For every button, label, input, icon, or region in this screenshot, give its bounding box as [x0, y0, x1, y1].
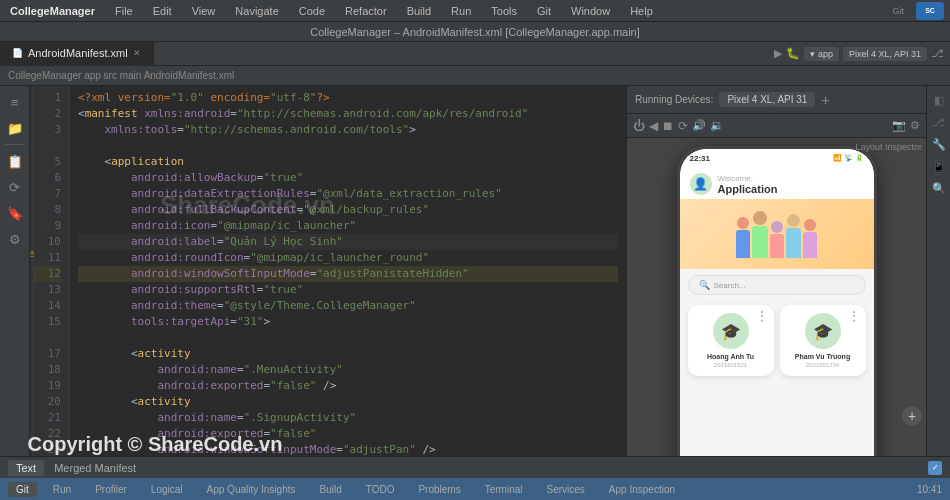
power-icon[interactable]: ⏻	[633, 119, 645, 133]
menu-run[interactable]: Run	[447, 3, 475, 19]
settings-icon[interactable]: ⚙	[910, 119, 920, 132]
sidebar-content[interactable]: 📋	[3, 149, 27, 173]
menu-code[interactable]: Code	[295, 3, 329, 19]
status-run[interactable]: Run	[45, 482, 79, 497]
sidebar-build-variants[interactable]: 🔧	[929, 134, 949, 154]
phone-banner	[680, 199, 874, 269]
app-menu-collegmanager[interactable]: CollegeManager	[6, 3, 99, 19]
status-todo[interactable]: TODO	[358, 482, 403, 497]
menu-edit[interactable]: Edit	[149, 3, 176, 19]
bottom-tab-bar: Text Merged Manifest ✓	[0, 456, 950, 478]
sidebar-project[interactable]: 📁	[3, 116, 27, 140]
sidebar-bookmarks[interactable]: 🔖	[3, 201, 27, 225]
editor-area: ⚠ 1 2 3 5 6 7 8 9 10	[30, 86, 626, 456]
menu-file[interactable]: File	[111, 3, 137, 19]
status-bar: Git Run Profiler Logical App Quality Ins…	[0, 478, 950, 500]
phone-search-bar[interactable]: 🔍 Search...	[688, 275, 866, 295]
sidebar-structure[interactable]: ≡	[3, 90, 27, 114]
add-device-float-btn[interactable]: +	[902, 406, 922, 426]
sidebar-resource-manager[interactable]: ◧	[929, 90, 949, 110]
phone-screen: 22:31 📶 📡 🔋 👤	[680, 149, 874, 456]
menu-window[interactable]: Window	[567, 3, 614, 19]
sidebar-layout-inspector[interactable]: 🔍	[929, 178, 949, 198]
menu-git[interactable]: Git	[533, 3, 555, 19]
tab-close-icon[interactable]: ✕	[133, 48, 141, 58]
sidebar-fullrequests[interactable]: ⟳	[3, 175, 27, 199]
student-cards: ⋮ 🎓 Hoang Anh Tu 2021601521 ⋮ 🎓 Pham Vu …	[680, 301, 874, 380]
sidebar-git[interactable]: ⎇	[929, 112, 949, 132]
student-avatar-1: 🎓	[713, 313, 749, 349]
app-name: Application	[718, 183, 778, 195]
layout-inspector-label: Layout Inspector	[855, 142, 922, 152]
menu-bar: CollegeManager File Edit View Navigate C…	[0, 0, 950, 22]
user-avatar: 👤	[690, 173, 712, 195]
welcome-text: Welcome,	[718, 174, 778, 183]
search-placeholder: Search...	[714, 281, 746, 290]
menu-refactor[interactable]: Refactor	[341, 3, 391, 19]
back-btn[interactable]: ◀	[649, 119, 658, 133]
title-bar: CollegeManager – AndroidManifest.xml [Co…	[0, 22, 950, 42]
running-devices-label: Running Devices:	[635, 94, 713, 105]
device-toolbar: ⏻ ◀ ⏹ ⟳ 🔊 🔉 📷 ⚙	[627, 114, 926, 138]
menu-tools[interactable]: Tools	[487, 3, 521, 19]
sidebar-buildvariants[interactable]: ⚙	[3, 227, 27, 251]
window-title: CollegeManager – AndroidManifest.xml [Co…	[310, 26, 640, 38]
device-selector[interactable]: Pixel 4 XL, API 31	[843, 47, 927, 61]
device-tab[interactable]: Pixel 4 XL, API 31	[719, 92, 815, 107]
status-logical[interactable]: Logical	[143, 482, 191, 497]
student-avatar-2: 🎓	[805, 313, 841, 349]
phone-header: 👤 Welcome, Application	[680, 167, 874, 199]
status-build[interactable]: Build	[311, 482, 349, 497]
status-services[interactable]: Services	[538, 482, 592, 497]
vol-up-icon[interactable]: 🔊	[692, 119, 706, 132]
right-panel: Running Devices: Pixel 4 XL, API 31 + ⏻ …	[626, 86, 926, 456]
student-card-1[interactable]: ⋮ 🎓 Hoang Anh Tu 2021601521	[688, 305, 774, 376]
vol-down-icon[interactable]: 🔉	[710, 119, 724, 132]
student-id-2: 2021601234	[806, 362, 839, 368]
sidebar-running-devices[interactable]: 📱	[929, 156, 949, 176]
home-btn[interactable]: ⏹	[662, 119, 674, 133]
status-problems[interactable]: Problems	[410, 482, 468, 497]
status-appinspection[interactable]: App Inspection	[601, 482, 683, 497]
status-git[interactable]: Git	[8, 482, 37, 497]
status-profiler[interactable]: Profiler	[87, 482, 135, 497]
menu-view[interactable]: View	[188, 3, 220, 19]
rotate-icon[interactable]: ⟳	[678, 119, 688, 133]
debug-icon[interactable]: 🐛	[786, 47, 800, 60]
add-device-icon[interactable]: +	[821, 92, 829, 108]
tab-android-manifest[interactable]: 📄 AndroidManifest.xml ✕	[0, 42, 154, 66]
menu-help[interactable]: Help	[626, 3, 657, 19]
run-icon[interactable]: ▶	[774, 47, 782, 60]
student-card-2[interactable]: ⋮ 🎓 Pham Vu Truong 2021601234	[780, 305, 866, 376]
sidebar-left: ≡ 📁 📋 ⟳ 🔖 ⚙	[0, 86, 30, 456]
right-sidebar-icons: ◧ ⎇ 🔧 📱 🔍	[926, 86, 950, 456]
app-selector[interactable]: ▾ app	[804, 47, 839, 61]
phone-mockup: 22:31 📶 📡 🔋 👤	[677, 146, 877, 456]
menu-build[interactable]: Build	[403, 3, 435, 19]
running-devices-bar: Running Devices: Pixel 4 XL, API 31 +	[627, 86, 926, 114]
breadcrumb-path: CollegeManager app src main AndroidManif…	[8, 70, 234, 81]
status-terminal[interactable]: Terminal	[477, 482, 531, 497]
tab-label: AndroidManifest.xml	[28, 47, 128, 59]
screenshot-icon[interactable]: 📷	[892, 119, 906, 132]
card-menu-1[interactable]: ⋮	[756, 310, 768, 322]
tab-merged-manifest[interactable]: Merged Manifest	[46, 460, 144, 476]
device-preview-area: 22:31 📶 📡 🔋 👤	[627, 138, 926, 456]
code-editor[interactable]: <?xml version="1.0" encoding="utf-8"?> <…	[70, 86, 626, 456]
phone-time: 22:31	[690, 154, 710, 163]
student-name-2: Pham Vu Truong	[795, 353, 850, 360]
checkmark-icon: ✓	[928, 461, 942, 475]
phone-status-bar: 22:31 📶 📡 🔋	[680, 149, 874, 167]
sharecode-logo: SC	[916, 2, 944, 20]
breadcrumb: CollegeManager app src main AndroidManif…	[0, 66, 950, 86]
student-id-1: 2021601521	[714, 362, 747, 368]
card-menu-2[interactable]: ⋮	[848, 310, 860, 322]
signal-icon: 📶	[833, 154, 842, 162]
student-name-1: Hoang Anh Tu	[707, 353, 754, 360]
menu-navigate[interactable]: Navigate	[231, 3, 282, 19]
tab-text[interactable]: Text	[8, 460, 44, 476]
status-line-col: 10:41	[917, 484, 942, 495]
status-appquality[interactable]: App Quality Insights	[199, 482, 304, 497]
tab-bar: 📄 AndroidManifest.xml ✕ ▶ 🐛 ▾ app Pixel …	[0, 42, 950, 66]
git-branch-icon[interactable]: ⎇	[931, 47, 944, 60]
